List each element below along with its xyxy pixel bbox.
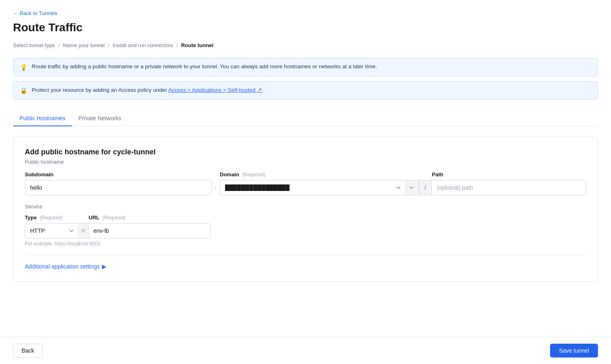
- service-row: Type (Required) HTTP HTTPS SSH RDP TCP U…: [25, 214, 586, 238]
- access-applications-link[interactable]: Access > Applications > Self-hosted ↗: [168, 87, 262, 93]
- chevron-right-icon: ▶: [102, 263, 106, 270]
- breadcrumb-sep-1: /: [58, 42, 60, 48]
- breadcrumb-sep-3: /: [176, 42, 178, 48]
- save-tunnel-button[interactable]: Save tunnel: [550, 344, 598, 358]
- form-section-label: Public hostname: [25, 159, 586, 165]
- url-hint: For example, https://localhost:8001: [25, 241, 586, 247]
- lock-icon: 🔒: [20, 87, 28, 94]
- additional-settings-link[interactable]: Additional application settings ▶: [25, 263, 106, 270]
- back-button[interactable]: Back: [13, 344, 43, 358]
- tab-public-hostnames[interactable]: Public Hostnames: [13, 111, 72, 126]
- path-label: Path: [432, 171, 586, 178]
- path-input[interactable]: [432, 180, 586, 195]
- type-label: Type (Required): [25, 214, 78, 221]
- type-required-tag: (Required): [40, 215, 63, 221]
- additional-settings-label: Additional application settings: [25, 263, 100, 270]
- service-section-label: Service: [25, 204, 586, 210]
- lightbulb-icon: 💡: [20, 64, 28, 71]
- url-input[interactable]: [89, 223, 210, 238]
- protocol-separator: ://: [78, 223, 89, 238]
- tab-private-networks[interactable]: Private Networks: [72, 111, 128, 126]
- breadcrumb-step-1: Select tunnel type: [13, 42, 55, 48]
- breadcrumb: Select tunnel type / Name your tunnel / …: [13, 42, 598, 48]
- breadcrumb-step-3: Install and run connectors: [113, 42, 173, 48]
- breadcrumb-sep-2: /: [108, 42, 110, 48]
- info-box-access-text: Protect your resource by adding an Acces…: [32, 87, 263, 93]
- subdomain-label: Subdomain: [25, 171, 212, 178]
- form-card-title: Add public hostname for cycle-tunnel: [25, 148, 586, 156]
- page-title: Route Traffic: [13, 21, 598, 34]
- info-box-access: 🔒 Protect your resource by adding an Acc…: [13, 81, 598, 100]
- info-box-routing-text: Route traffic by adding a public hostnam…: [32, 63, 377, 69]
- back-to-tunnels-link[interactable]: ← Back to Tunnels: [13, 10, 57, 16]
- info-box-routing: 💡 Route traffic by adding a public hostn…: [13, 58, 598, 76]
- domain-required-tag: (Required): [242, 172, 265, 178]
- type-select[interactable]: HTTP HTTPS SSH RDP TCP UDP: [25, 223, 78, 238]
- divider: [25, 255, 586, 255]
- url-label: URL (Required): [89, 214, 210, 221]
- url-required-tag: (Required): [102, 215, 126, 221]
- domain-label: Domain (Required): [220, 171, 419, 178]
- tabs: Public Hostnames Private Networks: [13, 111, 598, 126]
- footer-bar: Back Save tunnel: [0, 337, 611, 364]
- form-card: Add public hostname for cycle-tunnel Pub…: [13, 136, 598, 282]
- subdomain-input[interactable]: [25, 180, 212, 195]
- domain-dropdown-icon: [405, 180, 419, 195]
- slash-separator: /: [419, 180, 432, 195]
- breadcrumb-step-4: Route tunnel: [181, 42, 213, 48]
- dot-separator: ·: [212, 180, 220, 195]
- breadcrumb-step-2: Name your tunnel: [63, 42, 105, 48]
- domain-select[interactable]: ████████████████: [220, 180, 405, 195]
